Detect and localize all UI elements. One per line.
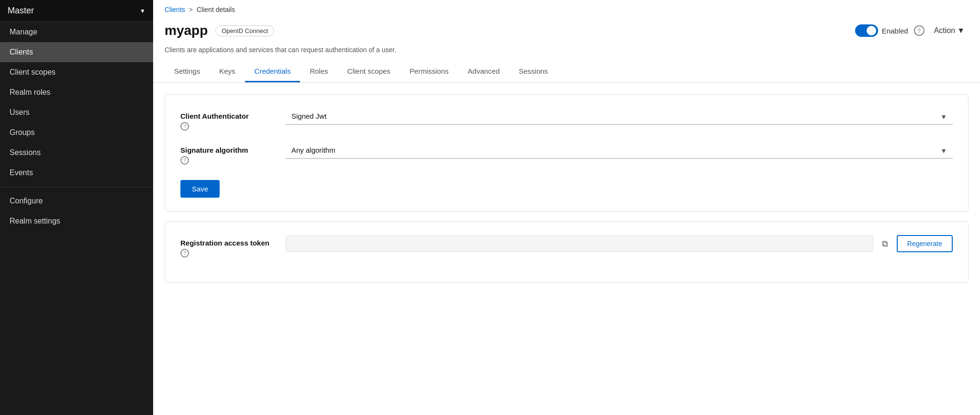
sidebar-item-users[interactable]: Users (0, 102, 153, 123)
regenerate-button[interactable]: Regenerate (897, 235, 953, 252)
sidebar-item-events[interactable]: Events (0, 163, 153, 183)
header-right: Enabled ? Action ▼ (855, 23, 969, 38)
signature-algorithm-select[interactable]: Any algorithm RS256 RS384 RS512 ES256 ES… (286, 142, 953, 159)
signature-algorithm-control: Any algorithm RS256 RS384 RS512 ES256 ES… (286, 142, 953, 159)
realm-title: Master (8, 6, 34, 16)
realm-selector[interactable]: Master ▼ (0, 0, 153, 22)
registration-token-group: Registration access token ? ⧉ Regenerate (180, 235, 953, 258)
tab-roles[interactable]: Roles (300, 61, 337, 82)
tab-content: Client Authenticator ? Signed Jwt Client… (153, 83, 980, 294)
main-content: Clients > Client details myapp OpenID Co… (153, 0, 980, 415)
tab-client-scopes[interactable]: Client scopes (338, 61, 400, 82)
sidebar-item-realm-settings[interactable]: Realm settings (0, 211, 153, 231)
sidebar-item-label: Realm roles (10, 88, 50, 97)
page-title: myapp (165, 23, 208, 38)
sidebar-item-label: Manage (10, 28, 37, 36)
client-authenticator-select[interactable]: Signed Jwt Client Id and Secret X509 Cer… (286, 108, 953, 125)
client-authenticator-control: Signed Jwt Client Id and Secret X509 Cer… (286, 108, 953, 125)
client-authenticator-label-col: Client Authenticator ? (180, 108, 286, 131)
enabled-label: Enabled (882, 27, 908, 35)
registration-label-col: Registration access token ? (180, 235, 286, 258)
sidebar-item-label: Configure (10, 197, 43, 205)
sidebar-item-realm-roles[interactable]: Realm roles (0, 82, 153, 102)
realm-dropdown-icon: ▼ (140, 8, 145, 14)
header-help-icon[interactable]: ? (914, 25, 924, 36)
registration-control: ⧉ Regenerate (286, 235, 953, 252)
tab-keys[interactable]: Keys (210, 61, 245, 82)
signature-algorithm-label-col: Signature algorithm ? (180, 142, 286, 165)
breadcrumb-clients-link[interactable]: Clients (165, 6, 185, 13)
breadcrumb: Clients > Client details (153, 0, 980, 19)
tab-credentials[interactable]: Credentials (245, 61, 301, 82)
sidebar-item-label: Events (10, 168, 33, 177)
sidebar-item-manage[interactable]: Manage (0, 22, 153, 42)
tab-permissions[interactable]: Permissions (400, 61, 458, 82)
sidebar-item-label: Clients (10, 48, 33, 56)
credentials-card: Client Authenticator ? Signed Jwt Client… (165, 94, 969, 212)
client-authenticator-group: Client Authenticator ? Signed Jwt Client… (180, 108, 953, 131)
sidebar-divider (0, 187, 153, 187)
signature-algorithm-select-wrapper: Any algorithm RS256 RS384 RS512 ES256 ES… (286, 142, 953, 159)
tabs-bar: Settings Keys Credentials Roles Client s… (153, 61, 980, 83)
toggle-slider (855, 24, 878, 37)
action-button[interactable]: Action ▼ (930, 23, 969, 38)
client-authenticator-select-wrapper: Signed Jwt Client Id and Secret X509 Cer… (286, 108, 953, 125)
sidebar-item-sessions[interactable]: Sessions (0, 143, 153, 163)
signature-algorithm-help-icon[interactable]: ? (180, 156, 189, 165)
tab-sessions[interactable]: Sessions (509, 61, 557, 82)
sidebar-item-label: Client scopes (10, 68, 56, 77)
sidebar-item-client-scopes[interactable]: Client scopes (0, 62, 153, 82)
registration-token-input[interactable] (286, 236, 873, 252)
client-authenticator-help-icon[interactable]: ? (180, 122, 189, 131)
registration-help-icon[interactable]: ? (180, 249, 189, 258)
sidebar-item-configure[interactable]: Configure (0, 191, 153, 211)
copy-button[interactable]: ⧉ (877, 236, 893, 252)
copy-icon: ⧉ (882, 239, 888, 248)
sidebar-item-label: Groups (10, 128, 34, 137)
openid-badge: OpenID Connect (215, 25, 274, 36)
registration-controls: ⧉ Regenerate (286, 235, 953, 252)
breadcrumb-separator: > (189, 6, 193, 13)
action-dropdown-icon: ▼ (957, 26, 965, 35)
sidebar-item-label: Sessions (10, 148, 41, 157)
action-label: Action (934, 26, 955, 35)
page-header: myapp OpenID Connect Enabled ? Action ▼ (153, 19, 980, 46)
sidebar-item-label: Realm settings (10, 217, 60, 225)
tab-settings[interactable]: Settings (165, 61, 210, 82)
enabled-toggle-container: Enabled (855, 24, 908, 37)
sidebar-item-clients[interactable]: Clients (0, 42, 153, 62)
sidebar-item-label: Users (10, 108, 30, 117)
page-subtitle: Clients are applications and services th… (153, 46, 980, 61)
registration-label: Registration access token (180, 239, 286, 247)
save-button[interactable]: Save (180, 180, 220, 198)
client-authenticator-label: Client Authenticator (180, 112, 286, 120)
tab-advanced[interactable]: Advanced (458, 61, 510, 82)
breadcrumb-current: Client details (197, 6, 235, 13)
signature-algorithm-label: Signature algorithm (180, 146, 286, 154)
signature-algorithm-group: Signature algorithm ? Any algorithm RS25… (180, 142, 953, 165)
enabled-toggle[interactable] (855, 24, 878, 37)
sidebar: Master ▼ Manage Clients Client scopes Re… (0, 0, 153, 415)
sidebar-item-groups[interactable]: Groups (0, 123, 153, 143)
registration-card: Registration access token ? ⧉ Regenerate (165, 221, 969, 283)
